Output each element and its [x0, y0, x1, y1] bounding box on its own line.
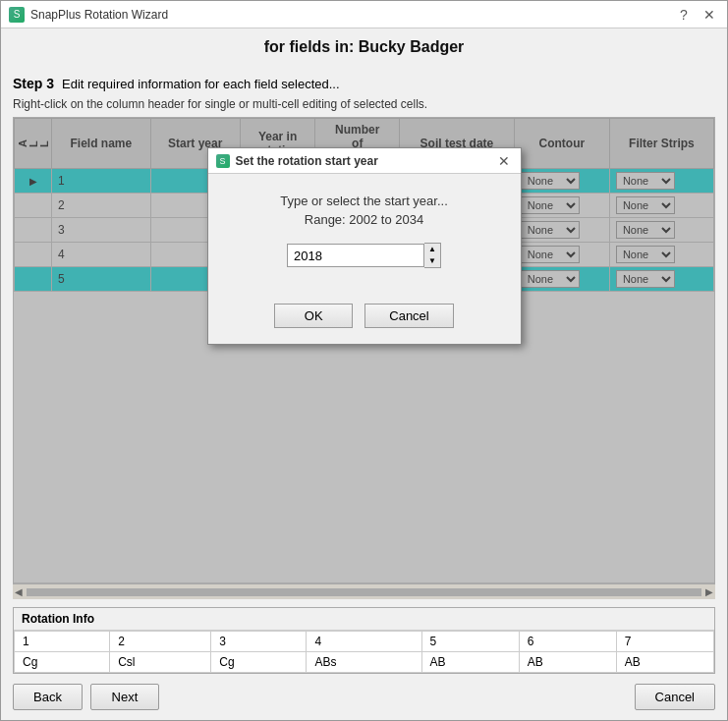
dialog-cancel-button[interactable]: Cancel [364, 304, 453, 328]
rotation-col-6: 6 [519, 632, 616, 652]
title-bar: S SnapPlus Rotation Wizard ? ✕ [1, 1, 727, 28]
spinner-up-button[interactable]: ▲ [424, 244, 440, 255]
rotation-val-1: Cg [15, 652, 110, 673]
dialog-title-bar: S Set the rotation start year ✕ [208, 148, 521, 174]
dialog-title: Set the rotation start year [236, 154, 378, 168]
app-icon: S [9, 7, 25, 23]
help-button[interactable]: ? [674, 5, 694, 25]
dialog-message: Type or select the start year... [228, 194, 501, 208]
rotation-val-3: Cg [211, 652, 307, 673]
back-button[interactable]: Back [13, 684, 83, 710]
table-container: ALL Field name Start year Year inrotatio… [13, 117, 715, 583]
step-header: Step 3 Edit required information for eac… [13, 66, 715, 97]
rotation-val-4: ABs [307, 652, 421, 673]
window-title: SnapPlus Rotation Wizard [30, 8, 168, 22]
dialog-title-left: S Set the rotation start year [216, 154, 378, 168]
rotation-col-4: 4 [307, 632, 421, 652]
rotation-col-1: 1 [15, 632, 110, 652]
dialog-ok-button[interactable]: OK [274, 304, 353, 328]
rotation-col-7: 7 [616, 632, 713, 652]
main-window: S SnapPlus Rotation Wizard ? ✕ for field… [0, 0, 728, 721]
step-label: Step 3 [13, 76, 54, 91]
rotation-info-panel: Rotation Info 1 2 3 4 5 6 7 Cg Csl [13, 607, 715, 674]
step-description: Edit required information for each field… [62, 77, 340, 91]
rotation-columns-row: 1 2 3 4 5 6 7 [15, 632, 714, 652]
spinner-down-button[interactable]: ▼ [424, 255, 440, 267]
rotation-val-5: AB [421, 652, 519, 673]
dialog-range: Range: 2002 to 2034 [228, 212, 501, 227]
title-bar-left: S SnapPlus Rotation Wizard [9, 7, 168, 23]
cancel-button[interactable]: Cancel [635, 684, 715, 710]
next-button[interactable]: Next [90, 684, 159, 710]
dialog-overlay: S Set the rotation start year ✕ Type or … [14, 118, 714, 582]
spinner-controls: ▲ ▼ [424, 243, 441, 268]
hint-text: Right-click on the column header for sin… [13, 97, 715, 111]
rotation-info-header: Rotation Info [14, 608, 714, 631]
rotation-table: 1 2 3 4 5 6 7 Cg Csl Cg ABs AB AB [14, 631, 714, 673]
dialog-box: S Set the rotation start year ✕ Type or … [207, 147, 522, 345]
dialog-close-button[interactable]: ✕ [495, 152, 513, 170]
rotation-val-2: Csl [110, 652, 211, 673]
year-input[interactable] [287, 244, 424, 267]
rotation-values-row: Cg Csl Cg ABs AB AB AB [15, 652, 714, 673]
title-bar-controls: ? ✕ [674, 5, 719, 25]
footer: Back Next Cancel [1, 674, 727, 720]
rotation-col-2: 2 [110, 632, 211, 652]
rotation-col-3: 3 [211, 632, 307, 652]
rotation-val-7: AB [616, 652, 713, 673]
rotation-col-5: 5 [421, 632, 519, 652]
dialog-buttons: OK Cancel [208, 294, 521, 344]
dialog-body: Type or select the start year... Range: … [208, 174, 521, 294]
main-title: for fields in: Bucky Badger [1, 28, 727, 66]
dialog-icon: S [216, 154, 230, 168]
content-area: Step 3 Edit required information for eac… [1, 66, 727, 674]
dialog-input-row: ▲ ▼ [228, 243, 501, 268]
close-button[interactable]: ✕ [700, 5, 719, 25]
rotation-val-6: AB [519, 652, 616, 673]
footer-left: Back Next [13, 684, 159, 710]
horizontal-scrollbar[interactable]: ◀ ▶ [13, 583, 715, 599]
